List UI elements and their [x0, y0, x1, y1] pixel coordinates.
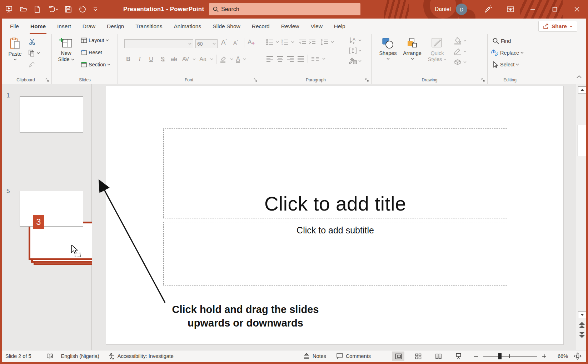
save-icon[interactable] — [64, 5, 72, 13]
next-slide-icon[interactable] — [577, 330, 587, 339]
new-file-icon[interactable] — [34, 5, 41, 13]
language-selector[interactable]: English (Nigeria) — [61, 353, 99, 359]
search-box[interactable] — [209, 3, 360, 15]
italic-button[interactable]: I — [135, 56, 144, 62]
increase-indent-button[interactable] — [309, 39, 316, 45]
tab-file[interactable]: File — [4, 19, 25, 34]
tab-home[interactable]: Home — [25, 19, 51, 34]
replace-button[interactable]: bc Replace — [491, 49, 524, 56]
slide-thumbnail-5[interactable] — [20, 191, 83, 227]
cut-icon[interactable] — [29, 38, 36, 45]
underline-button[interactable]: U — [147, 56, 155, 62]
minimize-button[interactable] — [522, 0, 544, 19]
character-spacing-button[interactable]: AV — [181, 56, 190, 62]
fit-window-icon[interactable] — [574, 353, 582, 360]
shape-fill-button[interactable] — [453, 37, 467, 45]
section-button[interactable]: Section — [81, 62, 110, 67]
normal-view-button[interactable] — [392, 352, 404, 361]
accessibility-status[interactable]: Accessibility: Investigate — [118, 353, 174, 359]
highlight-button[interactable] — [219, 55, 227, 63]
maximize-button[interactable] — [544, 0, 566, 19]
dialog-launcher-icon[interactable] — [365, 78, 369, 82]
zoom-out-icon[interactable] — [474, 354, 478, 359]
tab-design[interactable]: Design — [101, 19, 130, 34]
repeat-icon[interactable] — [79, 5, 86, 13]
slideshow-view-button[interactable] — [452, 352, 464, 361]
bullets-button[interactable] — [266, 39, 273, 45]
tab-help[interactable]: Help — [328, 19, 351, 34]
tab-record[interactable]: Record — [246, 19, 275, 34]
collapse-ribbon-icon[interactable] — [576, 75, 582, 79]
columns-button[interactable] — [311, 56, 319, 62]
tab-draw[interactable]: Draw — [77, 19, 101, 34]
open-icon[interactable] — [19, 5, 27, 13]
undo-icon[interactable] — [47, 5, 58, 13]
clear-formatting-button[interactable]: A◆ — [248, 39, 255, 46]
slide-thumbnail-3-dragging[interactable]: 3 — [29, 222, 99, 265]
bold-button[interactable]: B — [124, 56, 133, 62]
zoom-slider-handle[interactable] — [498, 353, 502, 359]
slide-thumbnail-1[interactable] — [20, 96, 83, 133]
tab-animations[interactable]: Animations — [168, 19, 207, 34]
scroll-down-icon[interactable] — [578, 311, 587, 318]
avatar[interactable]: D — [456, 4, 467, 15]
select-button[interactable]: Select — [492, 61, 519, 68]
zoom-level[interactable]: 66% — [554, 353, 568, 359]
scrollbar-thumb[interactable] — [578, 125, 587, 156]
search-input[interactable] — [220, 6, 338, 13]
tab-insert[interactable]: Insert — [51, 19, 77, 34]
customize-qat-icon[interactable] — [93, 7, 98, 11]
zoom-slider[interactable] — [483, 353, 537, 360]
justify-button[interactable] — [297, 56, 304, 62]
share-button[interactable]: Share — [538, 21, 577, 32]
zoom-in-icon[interactable] — [542, 354, 547, 359]
align-center-button[interactable] — [276, 56, 284, 62]
grow-font-button[interactable]: Aˆ — [221, 39, 227, 46]
align-text-button[interactable] — [349, 47, 362, 54]
text-shadow-button[interactable]: S — [158, 56, 167, 62]
align-left-button[interactable] — [266, 56, 273, 62]
tab-transitions[interactable]: Transitions — [130, 19, 168, 34]
shape-effects-button[interactable] — [453, 58, 467, 66]
reset-button[interactable]: Reset — [81, 50, 102, 55]
dialog-launcher-icon[interactable] — [481, 78, 485, 82]
font-size-combo[interactable]: 60 — [195, 39, 218, 48]
line-spacing-button[interactable] — [320, 39, 328, 45]
shrink-font-button[interactable]: Aˇ — [233, 40, 238, 46]
coach-icon[interactable] — [477, 0, 499, 19]
dialog-launcher-icon[interactable] — [45, 78, 49, 82]
smartart-button[interactable] — [349, 57, 362, 65]
change-case-button[interactable]: Aa — [199, 56, 207, 62]
copy-button[interactable] — [28, 50, 40, 57]
shape-outline-button[interactable] — [453, 47, 467, 55]
comments-toggle[interactable]: Comments — [336, 353, 371, 359]
slide-sorter-button[interactable] — [412, 352, 424, 361]
reading-view-button[interactable] — [432, 352, 444, 361]
vertical-scrollbar[interactable] — [576, 84, 586, 350]
user-name[interactable]: Daniel — [435, 6, 451, 12]
dialog-launcher-icon[interactable] — [254, 78, 258, 82]
previous-slide-icon[interactable] — [577, 321, 587, 330]
format-painter-icon[interactable] — [29, 61, 36, 68]
tab-slide-show[interactable]: Slide Show — [207, 19, 246, 34]
scroll-up-icon[interactable] — [578, 86, 587, 93]
shapes-button[interactable]: Shapes — [377, 34, 399, 73]
strikethrough-button[interactable]: ab — [170, 56, 178, 62]
ribbon-display-icon[interactable] — [499, 0, 522, 19]
find-button[interactable]: Find — [492, 37, 511, 45]
start-slideshow-icon[interactable] — [5, 5, 13, 13]
quick-styles-button[interactable]: QuickStyles — [425, 34, 449, 73]
font-color-button[interactable]: A — [236, 56, 240, 63]
tab-review[interactable]: Review — [275, 19, 305, 34]
tab-view[interactable]: View — [305, 19, 328, 34]
layout-button[interactable]: Layout — [81, 37, 109, 43]
arrange-button[interactable]: Arrange — [400, 34, 424, 73]
notes-toggle[interactable]: Notes — [303, 353, 326, 359]
slide-indicator[interactable]: Slide 2 of 5 — [5, 353, 31, 359]
new-slide-button[interactable]: NewSlide — [55, 34, 77, 73]
align-right-button[interactable] — [287, 56, 294, 62]
close-button[interactable] — [566, 0, 588, 19]
font-name-combo[interactable] — [124, 39, 193, 48]
numbering-button[interactable]: 123 — [281, 39, 289, 45]
accessibility-icon[interactable] — [108, 353, 115, 360]
